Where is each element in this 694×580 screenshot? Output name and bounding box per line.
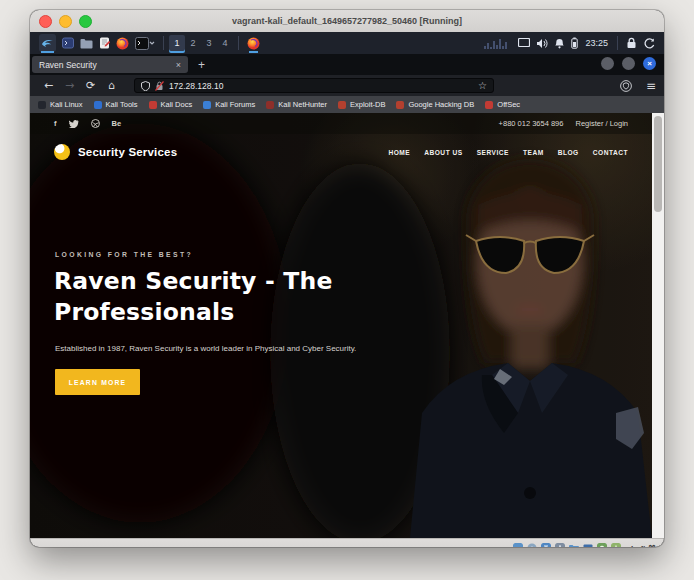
bookmark-exploit-db[interactable]: Exploit-DB [338, 100, 385, 109]
page-viewport: f Be +880 012 3654 896 Register / Login … [30, 113, 652, 538]
main-nav: HOME ABOUT US SERVICE TEAM BLOG CONTACT [388, 149, 628, 156]
hero-title-line2: Professionals [54, 298, 235, 326]
url-text[interactable]: 172.28.128.10 [169, 81, 473, 91]
minimize-icon[interactable] [601, 57, 614, 70]
terminal-icon[interactable] [62, 34, 74, 52]
host-key-indicator: Left ⌘ [631, 544, 656, 548]
zoom-window-button[interactable] [79, 15, 92, 28]
nav-service[interactable]: SERVICE [477, 149, 509, 156]
hero-title: Raven Security - The Professionals [54, 266, 384, 328]
insecure-lock-icon[interactable] [155, 81, 164, 91]
account-shield-icon[interactable] [620, 80, 632, 92]
google-hacking-db-icon [396, 101, 404, 109]
nav-contact[interactable]: CONTACT [593, 149, 628, 156]
reload-icon[interactable]: ⟳ [80, 79, 101, 92]
offsec-icon [485, 101, 493, 109]
social-links: f Be [54, 119, 121, 128]
vbox-network-icon[interactable] [541, 543, 551, 547]
desktop: { "window": { "title": "vagrant-kali_def… [0, 0, 694, 580]
vbox-hdd-icon[interactable] [513, 543, 523, 547]
bookmark-kali-forums[interactable]: Kali Forums [203, 100, 255, 109]
logout-icon[interactable] [643, 34, 655, 52]
bookmark-star-icon[interactable]: ☆ [478, 80, 487, 91]
close-icon[interactable]: × [643, 57, 656, 70]
site-logo-icon[interactable] [54, 144, 70, 160]
kali-panel: 1 2 3 4 23:25 [30, 32, 664, 54]
page-scrollbar[interactable] [652, 113, 664, 538]
site-topbar: f Be +880 012 3654 896 Register / Login [30, 113, 652, 134]
hero-subtitle: Established in 1987, Raven Security is a… [55, 344, 415, 353]
tab-title: Raven Security [39, 60, 176, 70]
url-bar[interactable]: 172.28.128.10 ☆ [134, 78, 494, 93]
kali-nethunter-icon [266, 101, 274, 109]
firefox-launcher-icon[interactable] [116, 34, 129, 52]
text-editor-icon[interactable] [99, 34, 110, 52]
vbox-features-icon[interactable] [611, 543, 621, 547]
volume-icon[interactable] [536, 34, 548, 52]
firefox-toolbar: ← → ⟳ ⌂ 172.28.128.10 ☆ ≡ [30, 75, 664, 96]
site-topbar-right: +880 012 3654 896 Register / Login [499, 119, 628, 128]
forward-icon[interactable]: → [59, 79, 80, 92]
bookmark-kali-tools[interactable]: Kali Tools [94, 100, 138, 109]
learn-more-button[interactable]: LEARN MORE [55, 369, 140, 395]
site-brand[interactable]: Security Services [78, 146, 177, 158]
hero-kicker: LOOKING FOR THE BEST? [55, 251, 193, 258]
vbox-sharedfolder-icon[interactable] [569, 543, 579, 547]
vbox-display-icon[interactable] [583, 543, 593, 547]
dribbble-icon[interactable] [91, 119, 100, 128]
file-manager-icon[interactable] [80, 34, 93, 52]
nav-team[interactable]: TEAM [523, 149, 544, 156]
nav-blog[interactable]: BLOG [558, 149, 579, 156]
vbox-optical-icon[interactable] [527, 543, 537, 547]
panel-separator [617, 36, 618, 50]
workspace-1[interactable]: 1 [169, 35, 185, 51]
browser-tab[interactable]: Raven Security × [32, 56, 188, 73]
firefox-tabbar: Raven Security × + × [30, 54, 664, 75]
facebook-icon[interactable]: f [54, 119, 57, 128]
kali-menu-icon[interactable] [39, 34, 56, 52]
vbox-usb-icon[interactable] [555, 543, 565, 547]
behance-icon[interactable]: Be [112, 119, 122, 128]
nav-about-us[interactable]: ABOUT US [424, 149, 462, 156]
workspace-2[interactable]: 2 [185, 35, 201, 51]
menu-icon[interactable]: ≡ [646, 79, 656, 93]
maximize-icon[interactable] [622, 57, 635, 70]
scrollbar-thumb[interactable] [654, 116, 662, 212]
vbox-recording-icon[interactable] [597, 543, 607, 547]
bookmark-offsec[interactable]: OffSec [485, 100, 520, 109]
tab-close-icon[interactable]: × [176, 60, 181, 70]
notification-bell-icon[interactable] [554, 34, 565, 52]
home-icon[interactable]: ⌂ [101, 79, 122, 92]
workspace-3[interactable]: 3 [201, 35, 217, 51]
kali-linux-icon [38, 101, 46, 109]
bookmark-google-hacking-db[interactable]: Google Hacking DB [396, 100, 474, 109]
lock-screen-icon[interactable] [626, 34, 637, 52]
bookmark-kali-linux[interactable]: Kali Linux [38, 100, 83, 109]
titlebar: vagrant-kali_default_1649657277982_50460… [30, 10, 664, 33]
bookmark-kali-nethunter[interactable]: Kali NetHunter [266, 100, 327, 109]
panel-separator [163, 36, 164, 50]
kali-tools-icon [94, 101, 102, 109]
panel-separator [238, 36, 239, 50]
panel-clock: 23:25 [585, 38, 608, 48]
shield-permissions-icon[interactable] [141, 81, 150, 91]
window-title: vagrant-kali_default_1649657277982_50460… [30, 16, 664, 26]
display-icon[interactable] [518, 34, 530, 52]
battery-icon[interactable] [571, 34, 578, 52]
twitter-icon[interactable] [69, 120, 79, 128]
kali-forums-icon [203, 101, 211, 109]
bookmarks-bar: Kali Linux Kali Tools Kali Docs Kali For… [30, 96, 664, 113]
close-window-button[interactable] [39, 15, 52, 28]
site-header: Security Services HOME ABOUT US SERVICE … [30, 134, 652, 170]
bookmark-kali-docs[interactable]: Kali Docs [149, 100, 193, 109]
toolbar-right: ≡ [620, 79, 656, 93]
nav-home[interactable]: HOME [388, 149, 410, 156]
firefox-taskbar-icon[interactable] [247, 34, 260, 52]
terminal-dropdown-icon[interactable] [135, 34, 155, 52]
workspace-4[interactable]: 4 [217, 35, 233, 51]
new-tab-button[interactable]: + [198, 58, 205, 72]
minimize-window-button[interactable] [59, 15, 72, 28]
window-controls: × [601, 57, 656, 70]
register-login-link[interactable]: Register / Login [575, 119, 628, 128]
back-icon[interactable]: ← [38, 79, 59, 92]
